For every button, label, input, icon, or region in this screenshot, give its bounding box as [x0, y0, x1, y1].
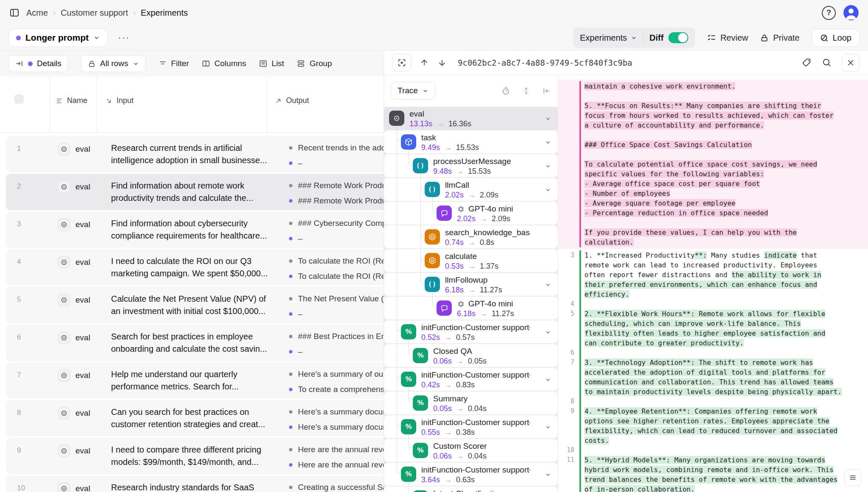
review-button[interactable]: Review	[707, 33, 748, 43]
trace-node-durations: 9.48s→15.53s	[433, 167, 491, 176]
chevron-down-icon[interactable]	[545, 281, 551, 288]
view-segmented-control: Experiments Diff	[573, 28, 695, 48]
loop-button[interactable]: Loop	[812, 29, 860, 47]
chevron-down-icon[interactable]	[545, 186, 551, 193]
trace-node[interactable]: ()llmCall2.02s→2.09s	[384, 178, 558, 201]
row-number: 10	[17, 484, 25, 492]
column-header-input[interactable]: Input	[105, 96, 134, 105]
row-filter-dropdown[interactable]: All rows	[81, 55, 146, 72]
raw-view-icon[interactable]	[844, 469, 861, 486]
score-dot	[289, 388, 292, 391]
removed-text: 5. **Focus on Results:** Many companies …	[584, 102, 821, 110]
collapse-vertical-icon[interactable]	[522, 86, 531, 95]
search-icon[interactable]	[822, 58, 832, 67]
trace-node-label: Custom Scorer	[433, 442, 487, 451]
group-button[interactable]: Group	[297, 59, 332, 68]
timer-icon[interactable]	[501, 86, 510, 95]
diff-toggle-group[interactable]: Diff	[643, 29, 694, 46]
chevron-down-icon[interactable]	[545, 139, 551, 146]
table-row[interactable]: 4evalI need to calculate the ROI on our …	[6, 249, 384, 286]
chevron-down-icon[interactable]	[545, 376, 551, 383]
columns-button[interactable]: Columns	[202, 59, 246, 68]
table-row[interactable]: 7evalHelp me understand our quarterlyper…	[6, 362, 384, 399]
collapse-left-icon[interactable]	[542, 86, 551, 95]
next-row-icon[interactable]	[437, 58, 447, 67]
added-text: **:	[695, 251, 707, 259]
focus-span-icon[interactable]	[392, 54, 411, 72]
view-switcher[interactable]: Experiments	[574, 30, 643, 46]
chevron-down-icon[interactable]	[545, 163, 551, 170]
trace-node-label: Closed QA	[433, 347, 472, 356]
cell-output: The Net Present Value (NP–	[289, 291, 384, 322]
column-header-output[interactable]: Output	[275, 96, 309, 105]
chevron-down-icon[interactable]	[545, 329, 551, 336]
private-label: Private	[773, 33, 799, 43]
chevron-down-icon[interactable]	[545, 424, 551, 431]
sidebar-toggle-icon[interactable]	[9, 8, 19, 18]
tag-icon[interactable]	[802, 58, 812, 67]
avatar[interactable]	[843, 5, 859, 20]
chevron-down-icon[interactable]	[545, 471, 551, 478]
trace-node[interactable]: eval13.13s→16.36s	[384, 107, 558, 130]
table-row[interactable]: 9evalI need to compare three different p…	[6, 438, 384, 474]
fn-icon: ()	[425, 182, 440, 197]
cell-name: eval	[58, 445, 90, 457]
record-icon	[58, 407, 70, 420]
diff-line-added: 73. **Technology Adoption**: The shift t…	[558, 358, 868, 367]
removed-text: If you provide these values, I can help …	[584, 228, 797, 236]
diff-toggle[interactable]	[668, 32, 688, 43]
trace-node-durations: 13.13s→16.36s	[409, 120, 471, 128]
trace-node[interactable]: search_knowledge_base0.74s→0.8s	[384, 225, 558, 248]
score-dot	[289, 259, 292, 263]
select-all-checkbox[interactable]	[14, 95, 24, 104]
table-row[interactable]: 6evalSearch for best practices in employ…	[6, 325, 384, 361]
close-panel-icon[interactable]	[842, 54, 860, 72]
score-dot	[289, 448, 292, 451]
table-row[interactable]: 2evalFind information about remote workp…	[6, 174, 384, 210]
added-text: trend balances the benefits of remote wo…	[584, 475, 837, 484]
trace-node[interactable]: GPT-4o mini2.02s→2.09s	[384, 202, 558, 225]
cell-output: Here are the annual revenuHere are the a…	[289, 442, 384, 473]
diff-line-added: 10	[558, 445, 868, 455]
filter-button[interactable]: Filter	[159, 59, 189, 68]
cell-name: eval	[58, 294, 90, 306]
table-row[interactable]: 5evalCalculate the Net Present Value (NP…	[6, 287, 384, 323]
added-text: to maintain productivity levels despite …	[584, 388, 842, 396]
table-row[interactable]: 8evalCan you search for best practices o…	[6, 400, 384, 436]
line-number: 6	[558, 348, 574, 358]
more-menu-button[interactable]: ···	[114, 31, 133, 45]
added-text: 5. **Hybrid Models**: Many organizations…	[584, 456, 825, 464]
tree-connector	[397, 125, 401, 474]
breadcrumb-page[interactable]: Experiments	[141, 8, 188, 18]
row-filter-label: All rows	[100, 59, 128, 68]
cell-name: eval	[58, 181, 90, 193]
trace-node-durations: 2.02s→2.09s	[457, 214, 510, 223]
trace-node[interactable]: GPT-4o mini6.18s→11.27s	[384, 297, 558, 320]
tool-icon	[425, 253, 440, 268]
column-header-name[interactable]: Name	[56, 96, 87, 105]
chevron-down-icon[interactable]	[545, 115, 551, 122]
row-number: 7	[17, 371, 21, 379]
trace-view-dropdown[interactable]: Trace	[391, 82, 435, 100]
breadcrumb-org[interactable]: Acme	[26, 8, 48, 18]
record-icon	[58, 218, 70, 231]
details-button[interactable]: Details	[8, 55, 68, 72]
list-button[interactable]: List	[259, 59, 284, 68]
private-button[interactable]: Private	[760, 33, 799, 43]
trace-node[interactable]: calculate0.53s→1.37s	[384, 249, 558, 272]
trace-node-durations: 0.55s→0.38s	[421, 428, 475, 437]
help-icon[interactable]: ?	[822, 6, 836, 20]
table-toolbar: Details All rows Filter Columns List	[0, 50, 384, 77]
breadcrumb-project[interactable]: Customer support	[61, 8, 128, 18]
table-row[interactable]: 3evalFind information about cybersecurit…	[6, 211, 384, 248]
table-row[interactable]: 1evalResearch current trends in artifici…	[6, 136, 384, 172]
details-label: Details	[37, 59, 61, 68]
diff-line-removed: maintain a cohesive work environment.	[558, 81, 868, 91]
previous-row-icon[interactable]	[420, 58, 429, 67]
trace-node[interactable]: ()llmFollowup6.18s→11.27s	[384, 273, 558, 296]
score-dot	[289, 335, 292, 338]
table-row[interactable]: 10evalResearch industry standards for Sa…	[6, 475, 384, 492]
score-dot	[289, 222, 292, 225]
experiment-switcher[interactable]: Longer prompt	[8, 28, 108, 47]
cell-input: Help me understand our quarterlyperforma…	[111, 368, 239, 393]
